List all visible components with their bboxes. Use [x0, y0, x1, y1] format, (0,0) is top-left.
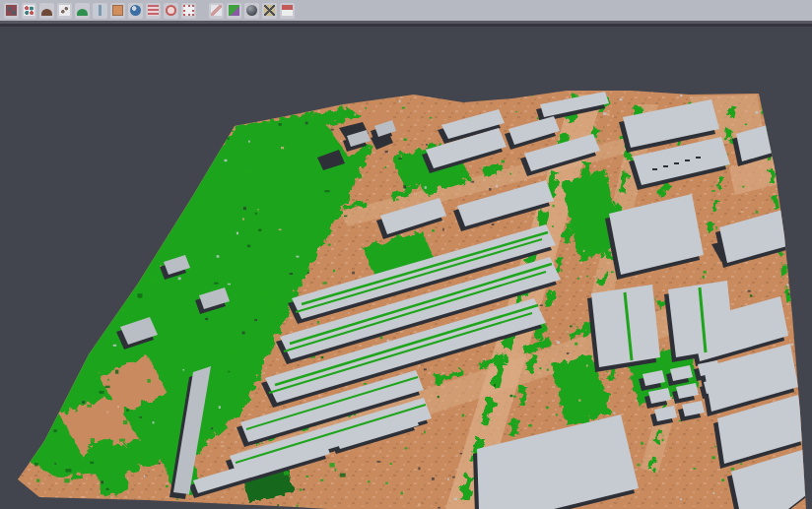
- point-cloud-button[interactable]: [4, 3, 19, 19]
- profile-button[interactable]: [93, 3, 107, 19]
- clip-cross-icon: [211, 5, 222, 16]
- select-box-button[interactable]: [181, 3, 196, 19]
- sphere-icon: [246, 5, 257, 16]
- terrain-icon: [77, 9, 88, 16]
- globe-icon: [130, 5, 141, 16]
- layers-icon: [148, 5, 159, 16]
- flag-icon: [282, 5, 293, 16]
- point-cloud-render: [0, 27, 812, 509]
- toolbar: [0, 0, 812, 21]
- select-box-icon: [183, 5, 194, 16]
- terrain-button[interactable]: [75, 3, 90, 19]
- ortho-image-icon: [112, 5, 123, 16]
- flag-button[interactable]: [280, 3, 295, 19]
- profile-icon: [95, 5, 105, 16]
- layers-button[interactable]: [146, 3, 161, 19]
- target-button[interactable]: [164, 3, 178, 19]
- classified-map-icon: [229, 5, 239, 16]
- annotation-icon: [264, 5, 275, 16]
- sparse-points-icon: [59, 5, 70, 16]
- classify-points-icon: [24, 5, 34, 16]
- sparse-points-button[interactable]: [57, 3, 72, 19]
- classify-points-button[interactable]: [22, 3, 36, 19]
- mountain-icon: [41, 9, 52, 16]
- clip-cross-button[interactable]: [209, 3, 224, 19]
- target-icon: [166, 5, 176, 16]
- classified-map-button[interactable]: [227, 3, 241, 19]
- point-cloud-icon: [6, 5, 17, 16]
- sphere-button[interactable]: [244, 3, 259, 19]
- ortho-image-button[interactable]: [110, 3, 125, 19]
- application-window: [0, 0, 812, 509]
- annotation-button[interactable]: [262, 3, 277, 19]
- globe-button[interactable]: [128, 3, 143, 19]
- mountain-button[interactable]: [39, 3, 54, 19]
- viewport-3d[interactable]: [0, 27, 812, 509]
